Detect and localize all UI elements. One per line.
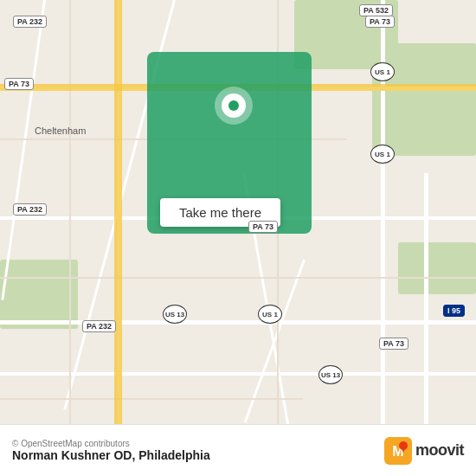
badge-us1-bottom: US 1 [258, 305, 282, 324]
road-minor-v1 [69, 0, 71, 424]
badge-i95: I 95 [443, 305, 465, 317]
info-left: © OpenStreetMap contributors Norman Kush… [12, 439, 210, 462]
badge-us1-top: US 1 [370, 62, 395, 81]
moovit-text: moovit [415, 441, 464, 460]
location-name: Norman Kushner OD, Philadelphia [12, 448, 210, 462]
badge-pa232-mid-left: PA 232 [13, 203, 47, 215]
pin-dot [228, 100, 239, 111]
green-area-3 [0, 260, 78, 329]
map-container: Take me there PA 232 PA 232 PA 232 PA 73… [0, 0, 476, 424]
badge-pa73-mid: PA 73 [248, 221, 278, 233]
badge-pa73-top-left: PA 73 [4, 78, 34, 90]
road-minor3 [0, 398, 303, 400]
location-pin [215, 87, 253, 125]
badge-pa73-bottom-right: PA 73 [379, 338, 408, 350]
badge-us13-bottom: US 13 [318, 365, 343, 384]
cheltenham-label: Cheltenham [35, 125, 86, 136]
badge-pa232-top-left: PA 232 [13, 16, 47, 28]
road-h4 [0, 372, 476, 376]
route-yellow2 [114, 0, 122, 424]
pin-inner-circle [222, 93, 246, 118]
badge-us1-mid: US 1 [370, 145, 395, 164]
green-area-4 [398, 242, 476, 294]
pin-outer-circle [215, 87, 253, 125]
badge-pa532: PA 532 [359, 4, 393, 16]
moovit-icon: M [384, 437, 412, 465]
badge-us13-mid: US 13 [163, 305, 187, 324]
badge-pa232-bottom: PA 232 [82, 320, 116, 332]
road-v3 [424, 173, 428, 424]
moovit-logo: M moovit [384, 437, 464, 465]
road-h3 [0, 320, 476, 325]
info-bar: © OpenStreetMap contributors Norman Kush… [0, 424, 476, 476]
road-minor2 [0, 277, 476, 279]
osm-credit: © OpenStreetMap contributors [12, 439, 210, 448]
green-area-2 [372, 43, 476, 156]
badge-pa73-top-right: PA 73 [365, 16, 395, 28]
